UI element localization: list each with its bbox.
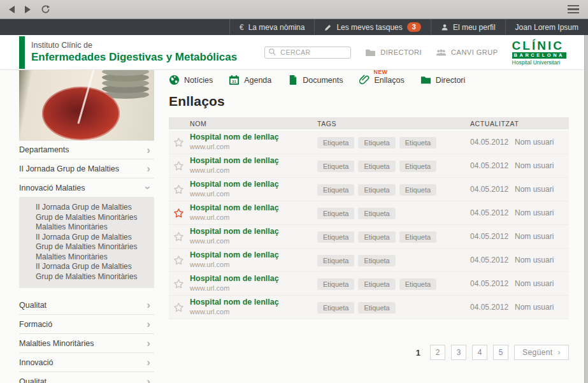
submenu-item-grup-de-malalties-minoritaries[interactable]: Grup de Malalties Minoritàries (36, 272, 154, 282)
tag-chip[interactable]: Etiqueta (399, 231, 436, 243)
next-page-button[interactable]: Següent › (514, 345, 569, 360)
sidebar-item-qualitat[interactable]: Qualitat› (19, 296, 154, 315)
reload-icon[interactable] (41, 4, 50, 14)
person-icon (441, 24, 448, 31)
link-row: Hospital nom de lenllaçwww.url.comEtique… (169, 178, 569, 201)
submenu-item-grup-de-malalties-minoritaries[interactable]: Grup de Malalties Minoritàries (36, 213, 154, 223)
submenu-item-ii-jornada-grup-de-malalties[interactable]: II Jornada Grup de Malalties (36, 203, 154, 213)
sidebar-item-innovacio[interactable]: Innovació› (19, 353, 154, 372)
favorite-star-icon[interactable] (173, 278, 184, 289)
link-title[interactable]: Hospital nom de lenllaç (190, 133, 317, 142)
favorite-star-icon[interactable] (173, 255, 184, 266)
forward-icon[interactable] (25, 6, 31, 13)
link-title[interactable]: Hospital nom de lenllaç (190, 203, 317, 213)
submenu-item-ii-jornada-grup-de-malalties[interactable]: II Jornada Grup de Malalties (36, 262, 154, 272)
sidebar-item-malalties-minoritaries[interactable]: Malalties Minoritàries› (19, 334, 154, 353)
tag-chip[interactable]: Etiqueta (358, 161, 395, 172)
link-title[interactable]: Hospital nom de lenllaç (190, 274, 317, 284)
chevron-right-icon: › (147, 357, 150, 368)
tag-chip[interactable]: Etiqueta (399, 137, 436, 148)
canvi-grup-button[interactable]: CANVI GRUP (436, 48, 498, 57)
tab-documents[interactable]: Documents (287, 75, 343, 85)
page-current[interactable]: 1 (416, 348, 420, 358)
menu-icon[interactable] (568, 5, 579, 14)
directori-button[interactable]: DIRECTORI (365, 48, 422, 57)
page-button-5[interactable]: 5 (493, 345, 508, 360)
submenu-item-grup-de-malalties-minoritaries[interactable]: Grup de Malalties Minoritàries (36, 242, 154, 252)
sidebar-item-qualitat[interactable]: Qualitat› (19, 372, 154, 383)
tag-chip[interactable]: Etiqueta (358, 278, 395, 290)
tab-noticies[interactable]: Notícies (169, 75, 213, 85)
table-header: NOM TAGS ACTUALITZAT (169, 117, 569, 129)
topbar-item-el-meu-perfil[interactable]: El meu perfil (431, 19, 505, 35)
link-user: Nom usuari (515, 279, 569, 288)
link-date: 04.05.2012 (470, 161, 515, 170)
sidebar-item-innovacio-malaties[interactable]: Innovació Malaties› (19, 178, 154, 198)
tag-chip[interactable]: Etiqueta (317, 302, 354, 314)
link-title[interactable]: Hospital nom de lenllaç (190, 250, 317, 260)
tag-chip[interactable]: Etiqueta (358, 255, 395, 266)
tag-chip[interactable]: Etiqueta (399, 278, 436, 290)
tag-chip[interactable]: Etiqueta (358, 208, 395, 219)
link-date: 04.05.2012 (470, 138, 515, 147)
favorite-star-icon[interactable] (173, 137, 184, 148)
page-button-4[interactable]: 4 (472, 345, 487, 360)
tab-enllacos[interactable]: NEWEnllaços (359, 75, 405, 85)
tag-chip[interactable]: Etiqueta (317, 184, 354, 196)
vertical-scrollbar[interactable] (584, 35, 588, 383)
favorite-star-icon[interactable] (173, 161, 184, 171)
sidebar-submenu: II Jornada Grup de MalaltiesGrup de Mala… (19, 198, 154, 288)
link-title[interactable]: Hospital nom de lenllaç (190, 180, 317, 189)
tag-chip[interactable]: Etiqueta (358, 137, 395, 148)
main-area: Notícies31AgendaDocumentsNEWEnllaçosDire… (154, 70, 588, 383)
favorite-star-icon[interactable] (173, 208, 184, 219)
tag-chip[interactable]: Etiqueta (317, 278, 354, 290)
link-title[interactable]: Hospital nom de lenllaç (190, 227, 317, 236)
back-icon[interactable] (9, 6, 15, 13)
tag-chip[interactable]: Etiqueta (317, 161, 354, 172)
submenu-item-ii-jornada-grup-de-malalties[interactable]: II Jornada Grup de Malalties (36, 233, 154, 243)
favorite-star-icon[interactable] (173, 302, 184, 313)
tab-agenda[interactable]: 31Agenda (229, 75, 271, 85)
link-url: www.url.com (190, 284, 317, 293)
link-title[interactable]: Hospital nom de lenllaç (190, 156, 317, 166)
topbar-item-les-meves-tasques[interactable]: Les meves tasques3 (314, 19, 431, 35)
submenu-item-malalties-minoritaries[interactable]: Malalties Minoritàries (36, 222, 154, 233)
tab-directori[interactable]: Directori (420, 75, 466, 85)
tag-chip[interactable]: Etiqueta (399, 184, 436, 196)
topbar-item-label: El meu perfil (453, 23, 496, 32)
sidebar-item-label: Qualitat (19, 301, 47, 310)
globe-icon (169, 75, 180, 85)
sidebar-item-ii-jornada-grup-de-malalties[interactable]: II Jornada Grup de Malalties› (19, 159, 154, 178)
tab-label: Documents (303, 76, 343, 85)
tag-chip[interactable]: Etiqueta (317, 231, 354, 243)
link-date: 04.05.2012 (470, 303, 515, 312)
tag-chip[interactable]: Etiqueta (358, 184, 395, 196)
institute-titles: Instituto Clínic de Enfermedades Digesti… (31, 41, 237, 64)
link-title[interactable]: Hospital nom de lenllaç (190, 298, 317, 307)
search-input[interactable] (264, 47, 351, 59)
link-date: 04.05.2012 (470, 185, 515, 194)
tag-chip[interactable]: Etiqueta (317, 255, 354, 266)
column-header-actualitzat: ACTUALITZAT (470, 120, 569, 127)
link-row: Hospital nom de lenllaçwww.url.comEtique… (169, 154, 569, 178)
tag-chip[interactable]: Etiqueta (358, 231, 395, 243)
tag-chip[interactable]: Etiqueta (317, 208, 354, 219)
page-button-3[interactable]: 3 (451, 345, 466, 360)
topbar-item-joan-lorem-ipsum[interactable]: Joan Lorem Ipsum (505, 19, 588, 35)
link-tags: EtiquetaEtiqueta (317, 207, 470, 219)
favorite-star-icon[interactable] (173, 184, 184, 195)
tag-chip[interactable]: Etiqueta (317, 137, 354, 148)
chevron-right-icon: › (147, 319, 150, 329)
topbar-item-la-meva-nomina[interactable]: €La meva nòmina (229, 19, 314, 35)
page-button-2[interactable]: 2 (430, 345, 445, 360)
sidebar-item-formacio[interactable]: Formació› (19, 315, 154, 334)
favorite-star-icon[interactable] (173, 231, 184, 242)
tag-chip[interactable]: Etiqueta (358, 302, 395, 314)
clinic-logo[interactable]: CLÍNIC BARCELONA Hospital Universitari (512, 40, 566, 66)
submenu-item-malalties-minoritaries[interactable]: Malalties Minoritàries (36, 252, 154, 263)
sidebar-item-departaments[interactable]: Departaments› (19, 140, 154, 159)
link-date: 04.05.2012 (470, 279, 515, 288)
topbar-item-label: Joan Lorem Ipsum (515, 23, 578, 32)
tag-chip[interactable]: Etiqueta (399, 161, 436, 172)
